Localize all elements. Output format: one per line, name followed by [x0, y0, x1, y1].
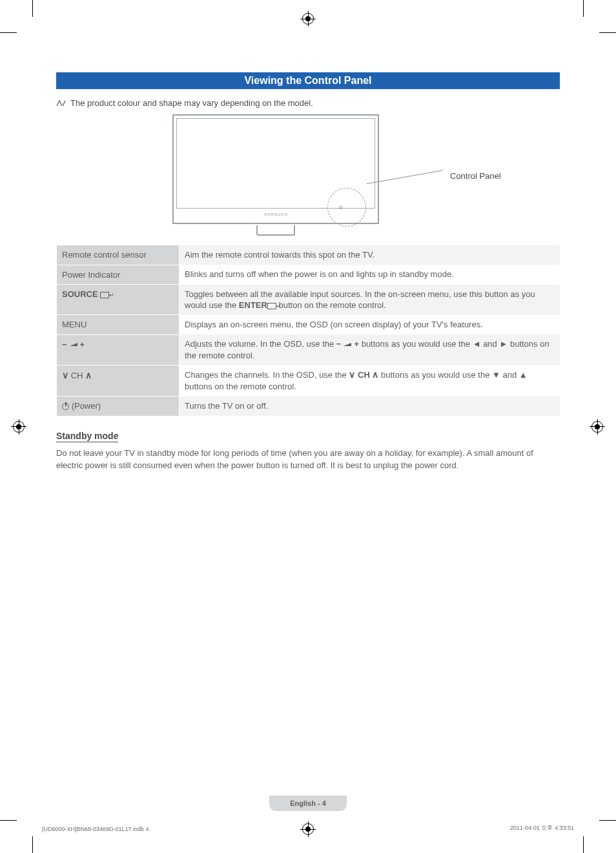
table-row: − + Adjusts the volume. In the OSD, use …: [57, 334, 560, 365]
standby-body: Do not leave your TV in standby mode for…: [56, 447, 560, 472]
crop-mark: [0, 32, 17, 33]
desc-text: button on the remote control.: [276, 300, 386, 310]
desc-text: Changes the channels. In the OSD, use th…: [185, 370, 349, 380]
note-icon: [56, 99, 67, 107]
page-footer-tab: English - 4: [269, 796, 347, 811]
ch-label: CH: [71, 371, 83, 380]
feature-desc: Aim the remote control towards this spot…: [180, 245, 560, 265]
crop-mark: [583, 0, 584, 17]
volume-icon: [344, 343, 351, 346]
note-text: The product colour and shape may vary de…: [70, 98, 313, 108]
plus-icon: +: [80, 339, 85, 351]
enter-icon: [267, 303, 276, 309]
feature-label: MENU: [57, 315, 180, 335]
crop-mark: [0, 820, 17, 821]
volume-glyph: − +: [62, 339, 85, 351]
minus-icon: −: [336, 338, 342, 350]
feature-desc: Blinks and turns off when the power is o…: [180, 265, 560, 285]
feature-desc: Adjusts the volume. In the OSD, use the …: [180, 334, 560, 365]
crop-mark: [32, 0, 33, 17]
feature-label: Remote control sensor: [57, 245, 180, 265]
table-row: SOURCE Toggles between all the available…: [57, 285, 560, 315]
tv-brand-text: SAMSUNG: [264, 212, 288, 216]
feature-desc: Displays an on-screen menu, the OSD (on …: [180, 315, 560, 335]
volume-glyph-inline: − +: [336, 338, 359, 350]
section-title: Viewing the Control Panel: [56, 72, 560, 89]
control-dot: [339, 206, 342, 209]
feature-label: SOURCE: [57, 285, 180, 315]
desc-text: Adjusts the volume. In the OSD, use the: [185, 339, 336, 349]
enter-keyword: ENTER: [239, 300, 267, 310]
callout-label: Control Panel: [450, 171, 501, 181]
feature-label: Power Indicator: [57, 265, 180, 285]
chevron-up-icon: ∧: [85, 370, 92, 380]
features-table: Remote control sensor Aim the remote con…: [56, 245, 560, 416]
source-label: SOURCE: [62, 289, 98, 299]
crop-mark: [32, 836, 33, 853]
crop-mark: [599, 820, 616, 821]
power-icon: [62, 403, 69, 410]
plus-icon: +: [354, 338, 359, 350]
print-footer-right: 2011-04-01 오후 4:33:51: [510, 824, 574, 832]
print-footer-left: [UD6000-XH]BN68-03469D-01L17.indb 4: [42, 826, 149, 832]
chevron-up-icon: ∧: [372, 369, 378, 380]
registration-mark-icon: [302, 13, 314, 25]
table-row: MENU Displays an on-screen menu, the OSD…: [57, 315, 560, 335]
feature-desc: Changes the channels. In the OSD, use th…: [180, 365, 560, 396]
registration-mark-icon: [591, 421, 603, 433]
registration-mark-icon: [13, 421, 25, 433]
feature-desc: Toggles between all the available input …: [180, 285, 560, 315]
feature-label: − +: [57, 334, 180, 365]
table-row: Remote control sensor Aim the remote con…: [57, 245, 560, 265]
callout-circle: [327, 188, 366, 227]
tv-illustration: SAMSUNG Control Panel: [56, 114, 560, 237]
standby-heading: Standby mode: [56, 431, 118, 442]
feature-label: (Power): [57, 396, 180, 416]
table-row: ∨ CH ∧ Changes the channels. In the OSD,…: [57, 365, 560, 396]
registration-mark-icon: [302, 823, 314, 835]
ch-glyph-inline: ∨ CH ∧: [349, 370, 378, 380]
power-label: (Power): [72, 401, 101, 411]
page-content: Viewing the Control Panel The product co…: [56, 72, 560, 472]
minus-icon: −: [62, 339, 67, 351]
enter-icon: [100, 292, 109, 298]
crop-mark: [599, 32, 616, 33]
note-line: The product colour and shape may vary de…: [56, 98, 560, 108]
chevron-down-icon: ∨: [62, 370, 68, 380]
feature-label: ∨ CH ∧: [57, 365, 180, 396]
table-row: (Power) Turns the TV on or off.: [57, 396, 560, 416]
feature-desc: Turns the TV on or off.: [180, 396, 560, 416]
crop-mark: [583, 836, 584, 853]
chevron-down-icon: ∨: [349, 369, 355, 380]
table-row: Power Indicator Blinks and turns off whe…: [57, 265, 560, 285]
tv-stand: [256, 225, 295, 236]
volume-icon: [70, 343, 77, 346]
